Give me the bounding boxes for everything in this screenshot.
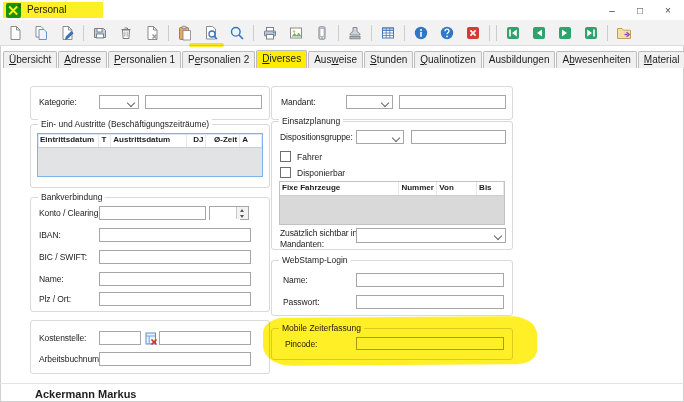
webstamp-name-input[interactable]	[356, 273, 504, 287]
kostenstelle-name-input[interactable]	[159, 331, 251, 345]
help-button[interactable]	[434, 22, 460, 44]
column-header-t[interactable]: T	[99, 134, 111, 147]
kategorie-label: Kategorie:	[39, 97, 77, 107]
close-button[interactable]: ×	[654, 0, 682, 20]
sichtbar-dropdown[interactable]	[356, 228, 506, 243]
konto-suffix-spinner[interactable]	[209, 206, 249, 220]
fahrzeuge-grid-body[interactable]	[280, 195, 504, 224]
nav-last-button[interactable]	[578, 22, 604, 44]
toolbar-separator	[404, 25, 405, 41]
spinner-down-button[interactable]	[237, 213, 248, 219]
tab-ausweise[interactable]: Ausweise	[308, 51, 363, 68]
delete-button[interactable]	[113, 22, 139, 44]
mobile-device-icon	[314, 25, 330, 41]
mandant-combobox[interactable]	[346, 95, 393, 109]
paste-button[interactable]	[172, 22, 198, 44]
bank-name-input[interactable]	[99, 272, 251, 286]
column-header-von[interactable]: Von	[437, 182, 477, 195]
pincode-input[interactable]	[356, 337, 504, 350]
info-icon	[413, 25, 429, 41]
fahrzeuge-grid[interactable]: Fixe FahrzeugeNummerVonBis	[279, 181, 505, 225]
column-header-bis[interactable]: Bis	[477, 182, 504, 195]
print-button[interactable]	[257, 22, 283, 44]
eintritte-grid-body[interactable]	[38, 147, 262, 176]
tab-diverses[interactable]: Diverses	[256, 50, 307, 68]
column-header-nummer[interactable]: Nummer	[399, 182, 437, 195]
dispositionsgruppe-label: Dispositionsgruppe:	[280, 132, 353, 142]
disponierbar-checkbox-label: Disponierbar	[297, 168, 345, 178]
maximize-button[interactable]: □	[626, 0, 654, 20]
close-red-button[interactable]	[460, 22, 486, 44]
toolbar-separator	[496, 25, 497, 41]
eintritte-grid[interactable]: EintrittsdatumTAustrittsdatumDJØ-ZeitA	[37, 133, 263, 177]
tab-personalien-1[interactable]: Personalien 1	[108, 51, 181, 68]
copy-record-icon	[33, 25, 49, 41]
window-title: Personal	[27, 0, 66, 20]
data-grid-button[interactable]	[375, 22, 401, 44]
nav-next-button[interactable]	[552, 22, 578, 44]
disponierbar-checkbox[interactable]	[280, 167, 291, 178]
bank-group: Bankverbindung Konto / Clearing: IBAN: B…	[30, 197, 270, 312]
column-header-fixe-fahrzeuge[interactable]: Fixe Fahrzeuge	[280, 182, 399, 195]
mandant-input[interactable]	[399, 95, 506, 109]
new-record-button[interactable]	[2, 22, 28, 44]
search-icon	[229, 25, 245, 41]
toolbar-separator	[253, 25, 254, 41]
stamp-button[interactable]	[342, 22, 368, 44]
tab-qualinotizen[interactable]: Qualinotizen	[414, 51, 482, 68]
nav-previous-button[interactable]	[526, 22, 552, 44]
tab-stunden[interactable]: Stunden	[364, 51, 413, 68]
picture-icon	[288, 25, 304, 41]
edit-record-icon	[59, 25, 75, 41]
print-preview-button[interactable]	[198, 22, 224, 44]
column-header-zeit[interactable]: Ø-Zeit	[206, 134, 240, 147]
nav-first-button[interactable]	[500, 22, 526, 44]
column-header-austrittsdatum[interactable]: Austrittsdatum	[111, 134, 186, 147]
save-button[interactable]	[87, 22, 113, 44]
kostenstelle-code-input[interactable]	[99, 331, 141, 345]
kostenstelle-clear-lookup-icon[interactable]	[143, 331, 158, 346]
title-bar: Personal –□×	[0, 0, 684, 20]
kategorie-group: Kategorie:	[30, 86, 270, 120]
column-header-dj[interactable]: DJ	[187, 134, 207, 147]
kategorie-combobox[interactable]	[99, 95, 139, 109]
plz-ort-label: Plz / Ort:	[39, 294, 71, 304]
tab-material[interactable]: Material	[638, 51, 684, 68]
mobile-device-button[interactable]	[309, 22, 335, 44]
tab-adresse[interactable]: Adresse	[58, 51, 107, 68]
plz-ort-input[interactable]	[99, 292, 251, 306]
data-grid-icon	[380, 25, 396, 41]
search-button[interactable]	[224, 22, 250, 44]
delete-icon	[118, 25, 134, 41]
info-button[interactable]	[408, 22, 434, 44]
window-controls: –□×	[598, 0, 682, 20]
open-folder-button[interactable]	[611, 22, 637, 44]
dispositionsgruppe-input[interactable]	[411, 130, 506, 144]
stamp-icon	[347, 25, 363, 41]
konto-input[interactable]	[99, 206, 206, 220]
kategorie-input[interactable]	[145, 95, 262, 109]
iban-label: IBAN:	[39, 230, 61, 240]
webstamp-passwort-input[interactable]	[356, 295, 504, 309]
bic-input[interactable]	[99, 250, 251, 264]
close-red-icon	[465, 25, 481, 41]
picture-button[interactable]	[283, 22, 309, 44]
tab-abwesenheiten[interactable]: Abwesenheiten	[556, 51, 636, 68]
tab-personalien-2[interactable]: Personalien 2	[182, 51, 255, 68]
dispositionsgruppe-combobox[interactable]	[356, 130, 404, 144]
copy-record-button[interactable]	[28, 22, 54, 44]
column-header-eintrittsdatum[interactable]: Eintrittsdatum	[38, 134, 99, 147]
toolbar-separator	[83, 25, 84, 41]
minimize-button[interactable]: –	[598, 0, 626, 20]
einsatzplanung-group-title: Einsatzplanung	[279, 116, 343, 126]
edit-record-button[interactable]	[54, 22, 80, 44]
kosten-group: Kostenstelle: Arbeitsbuchnummer:	[30, 320, 270, 374]
discard-button[interactable]	[139, 22, 165, 44]
tab-übersicht[interactable]: Übersicht	[3, 51, 57, 68]
fahrer-checkbox[interactable]	[280, 151, 291, 162]
iban-input[interactable]	[99, 228, 251, 242]
mandant-label: Mandant:	[281, 97, 316, 107]
tab-ausbildungen[interactable]: Ausbildungen	[483, 51, 556, 68]
arbeitsbuchnummer-input[interactable]	[99, 352, 251, 366]
column-header-a[interactable]: A	[240, 134, 262, 147]
